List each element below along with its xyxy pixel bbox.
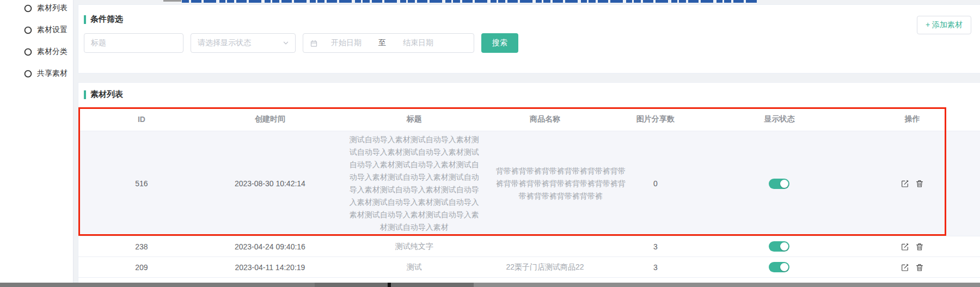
table-row: 2092023-04-11 14:20:19测试22栗子门店测试商品223 bbox=[78, 257, 980, 278]
cell-title: 测试纯文字 bbox=[335, 242, 493, 252]
cell-actions bbox=[845, 263, 980, 272]
end-date-placeholder: 结束日期 bbox=[393, 38, 443, 48]
table-header-row: ID创建时间标题商品名称图片分享数显示状态操作 bbox=[78, 107, 980, 131]
delete-icon[interactable] bbox=[915, 242, 924, 251]
title-input[interactable]: 标题 bbox=[84, 33, 183, 53]
cell-created-time: 2023-04-11 14:20:19 bbox=[205, 263, 335, 272]
bottom-bar-notch bbox=[388, 283, 391, 287]
title-input-placeholder: 标题 bbox=[91, 38, 106, 48]
column-header: 标题 bbox=[335, 114, 493, 124]
cell-title: 测试自动导入素材测试自动导入素材测试自动导入素材测试自动导入素材测试自动导入素材… bbox=[335, 133, 493, 234]
toggle-knob bbox=[780, 242, 788, 251]
material-list-section: 素材列表 ID创建时间标题商品名称图片分享数显示状态操作 5162023-08-… bbox=[78, 82, 980, 283]
edit-icon[interactable] bbox=[901, 263, 909, 272]
sidebar-item[interactable]: 素材列表 bbox=[0, 0, 73, 19]
chevron-down-icon bbox=[282, 39, 290, 47]
status-select-placeholder: 请选择显示状态 bbox=[198, 38, 251, 48]
column-header: 商品名称 bbox=[493, 114, 597, 124]
circle-icon bbox=[24, 26, 32, 34]
clipped-top-fragment bbox=[163, 0, 181, 2]
display-status-select[interactable]: 请选择显示状态 bbox=[191, 33, 296, 53]
cell-created-time: 2023-08-30 10:42:14 bbox=[205, 179, 335, 188]
circle-icon bbox=[24, 48, 32, 56]
delete-icon[interactable] bbox=[915, 179, 924, 188]
circle-icon bbox=[24, 70, 32, 78]
filter-section-header: 条件筛选 bbox=[84, 14, 123, 25]
cell-product-name: 背带裤背带裤背带裤背带裤背带裤背带裤背带裤背带裤背带裤背带裤背带裤背带裤背带裤背… bbox=[493, 165, 597, 203]
section-marker-bar bbox=[84, 15, 86, 24]
material-table: ID创建时间标题商品名称图片分享数显示状态操作 5162023-08-30 10… bbox=[78, 107, 980, 278]
display-status-toggle[interactable] bbox=[769, 241, 789, 252]
column-header: 图片分享数 bbox=[597, 114, 714, 124]
filter-section-title: 条件筛选 bbox=[90, 14, 123, 25]
column-header: 创建时间 bbox=[205, 114, 335, 124]
cell-display-status bbox=[714, 179, 844, 189]
sidebar-item[interactable]: 素材设置 bbox=[0, 19, 73, 41]
search-button[interactable]: 搜索 bbox=[481, 33, 518, 53]
list-section-header: 素材列表 bbox=[84, 89, 123, 100]
sidebar-item-label: 素材列表 bbox=[37, 3, 68, 13]
bottom-bar-segment bbox=[315, 283, 474, 287]
bottom-bar-segment bbox=[474, 283, 980, 287]
sidebar: 素材列表素材设置素材分类共享素材 bbox=[0, 0, 74, 283]
cell-id: 516 bbox=[78, 179, 205, 188]
sidebar-item-label: 共享素材 bbox=[37, 69, 68, 78]
cell-share-count: 0 bbox=[597, 179, 714, 188]
app-window: 素材列表素材设置素材分类共享素材 条件筛选 + 添加素材 标题 请选择显示状态 … bbox=[0, 0, 980, 287]
sidebar-item[interactable]: 素材分类 bbox=[0, 41, 73, 63]
cell-actions bbox=[845, 179, 980, 188]
cell-display-status bbox=[714, 262, 844, 272]
cell-id: 209 bbox=[78, 263, 205, 272]
column-header: 显示状态 bbox=[714, 114, 844, 124]
delete-icon[interactable] bbox=[915, 263, 924, 272]
sidebar-item-label: 素材分类 bbox=[37, 47, 68, 57]
cell-display-status bbox=[714, 241, 844, 252]
cell-product-name: 22栗子门店测试商品22 bbox=[493, 262, 597, 272]
cell-share-count: 3 bbox=[597, 263, 714, 272]
filter-section: 条件筛选 + 添加素材 标题 请选择显示状态 开始日期 至 结束日期 搜索 bbox=[78, 4, 980, 74]
cell-id: 238 bbox=[78, 242, 205, 251]
column-header: ID bbox=[78, 115, 205, 124]
window-bottom-bar bbox=[0, 283, 980, 287]
sidebar-item-label: 素材设置 bbox=[37, 25, 68, 35]
cell-title: 测试 bbox=[335, 262, 493, 272]
toggle-knob bbox=[780, 180, 788, 188]
sidebar-item[interactable]: 共享素材 bbox=[0, 63, 73, 84]
cell-created-time: 2023-04-24 09:40:16 bbox=[205, 242, 335, 251]
cell-actions bbox=[845, 242, 980, 251]
table-row: 2382023-04-24 09:40:16测试纯文字3 bbox=[78, 236, 980, 257]
date-range-picker[interactable]: 开始日期 至 结束日期 bbox=[303, 33, 474, 53]
date-range-separator: 至 bbox=[371, 38, 393, 48]
calendar-icon bbox=[310, 39, 318, 47]
start-date-placeholder: 开始日期 bbox=[321, 38, 371, 48]
display-status-toggle[interactable] bbox=[769, 179, 789, 189]
edit-icon[interactable] bbox=[901, 179, 909, 188]
list-section-title: 素材列表 bbox=[90, 89, 123, 100]
display-status-toggle[interactable] bbox=[769, 262, 789, 272]
column-header: 操作 bbox=[845, 114, 980, 124]
cell-share-count: 3 bbox=[597, 242, 714, 251]
add-material-button[interactable]: + 添加素材 bbox=[917, 16, 971, 34]
section-marker-bar bbox=[84, 90, 86, 99]
circle-icon bbox=[24, 4, 32, 13]
clipped-blue-text-strip bbox=[182, 0, 757, 3]
table-row: 5162023-08-30 10:42:14测试自动导入素材测试自动导入素材测试… bbox=[78, 131, 980, 236]
toggle-knob bbox=[780, 263, 788, 271]
filter-controls: 标题 请选择显示状态 开始日期 至 结束日期 搜索 bbox=[84, 33, 518, 53]
edit-icon[interactable] bbox=[901, 242, 909, 251]
